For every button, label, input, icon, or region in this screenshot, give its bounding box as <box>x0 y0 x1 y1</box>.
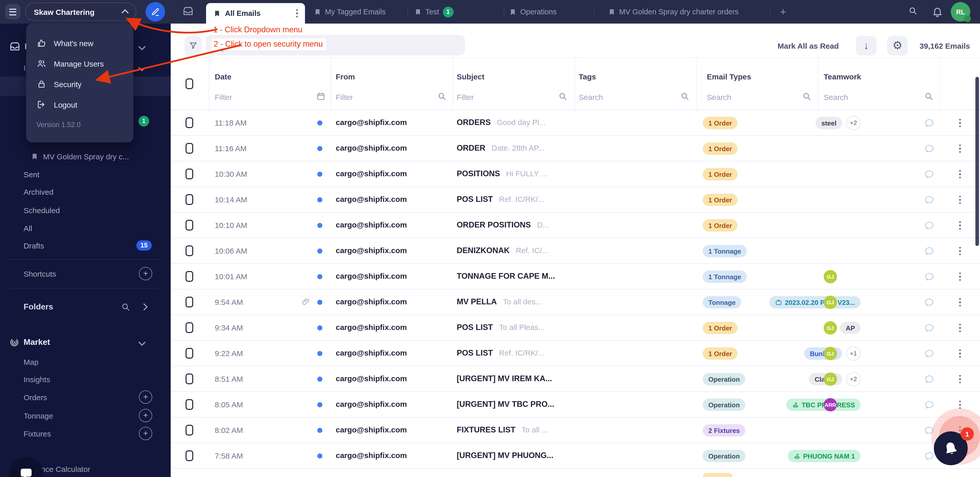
table-row[interactable]: 8:02 AMcargo@shipfix.comFIXTURES LISTTo … <box>171 418 980 443</box>
row-options-icon[interactable] <box>959 297 961 307</box>
menu-item-whats-new[interactable]: What's new <box>26 33 133 53</box>
tag-chip[interactable]: steel <box>816 117 842 129</box>
row-checkbox[interactable] <box>186 220 193 231</box>
email-type-chip[interactable]: 1 Order <box>703 142 738 155</box>
sidebar-item-insights[interactable]: Insights <box>0 372 171 387</box>
teamwork-avatar[interactable]: GJ <box>824 372 837 386</box>
email-type-chip[interactable]: 1 Order <box>703 194 738 206</box>
menu-item-logout[interactable]: Logout <box>26 94 133 115</box>
row-checkbox[interactable] <box>186 297 193 307</box>
search-icon[interactable] <box>121 302 130 312</box>
column-header-email-types[interactable]: Email Types <box>707 72 751 81</box>
table-row[interactable]: 10:30 AMcargo@shipfix.comPOSITIONSHi FUL… <box>171 161 980 187</box>
table-row[interactable]: 9:22 AMcargo@shipfix.comPOS LISTRef. IC/… <box>171 341 980 366</box>
column-filter-input[interactable]: Filter <box>457 93 474 102</box>
row-options-icon[interactable] <box>959 374 961 384</box>
add-fixture-button[interactable]: + <box>139 427 152 440</box>
tab-all-emails[interactable]: All Emails <box>206 3 305 24</box>
comment-bubble-icon[interactable] <box>924 374 934 384</box>
teamwork-avatar[interactable]: GJ <box>824 296 837 309</box>
tag-chip[interactable]: PHUONG NAM 1 <box>788 450 861 462</box>
calendar-icon[interactable] <box>316 92 326 101</box>
sidebar-section-market[interactable]: Market <box>0 335 171 350</box>
table-row[interactable]: 10:06 AMcargo@shipfix.comDENIZKONAKRef. … <box>171 238 980 264</box>
column-filter-input[interactable]: Search <box>707 93 731 102</box>
sidebar-item-folders[interactable]: Folders <box>0 299 171 315</box>
email-type-chip[interactable]: Tonnage <box>703 296 741 308</box>
table-row[interactable]: 8:51 AMcargo@shipfix.com[URGENT] MV IREM… <box>171 366 980 392</box>
tag-chip[interactable]: 2023.02.20 Pella V23... <box>770 296 861 308</box>
comment-bubble-icon[interactable] <box>924 143 934 154</box>
column-header-from[interactable]: From <box>336 72 355 81</box>
sidebar-item-all[interactable]: All <box>0 220 171 236</box>
comment-bubble-icon[interactable] <box>924 348 934 359</box>
sidebar-item-sent[interactable]: Sent <box>0 167 171 182</box>
comment-bubble-icon[interactable] <box>924 451 934 461</box>
teamwork-avatar[interactable]: GJ <box>824 270 837 283</box>
add-shortcut-button[interactable]: + <box>139 267 152 280</box>
row-options-icon[interactable] <box>959 118 961 128</box>
comment-bubble-icon[interactable] <box>924 272 934 282</box>
search-icon[interactable] <box>908 6 918 15</box>
teamwork-avatar[interactable]: ARR <box>824 398 837 412</box>
column-header-date[interactable]: Date <box>215 72 231 81</box>
search-icon[interactable] <box>437 92 446 101</box>
more-tags-badge[interactable]: +1 <box>846 347 861 361</box>
table-row[interactable]: 11:18 AMcargo@shipfix.comORDERSGood day … <box>171 110 980 136</box>
email-type-chip[interactable]: 1 Order <box>703 322 738 334</box>
row-options-icon[interactable] <box>959 348 961 359</box>
comment-bubble-icon[interactable] <box>924 169 934 179</box>
tab-mv-golden-spray-dry-charter-orders[interactable]: MV Golden Spray dry charter orders <box>608 0 738 24</box>
comment-bubble-icon[interactable] <box>924 323 934 333</box>
email-type-chip[interactable]: 1 Order <box>703 168 738 180</box>
column-filter-input[interactable]: Search <box>579 93 603 102</box>
email-type-chip[interactable]: 1 Order <box>703 347 738 360</box>
tab-operations[interactable]: Operations <box>509 0 557 24</box>
column-header-tags[interactable]: Tags <box>579 72 596 81</box>
more-tags-badge[interactable]: +2 <box>846 372 861 386</box>
email-type-chip[interactable]: 1 Tonnage <box>703 245 747 257</box>
chevron-down-icon[interactable] <box>138 64 146 71</box>
row-options-icon[interactable] <box>959 272 961 282</box>
sidebar-item-fixtures[interactable]: Fixtures+ <box>0 426 171 441</box>
row-checkbox[interactable] <box>186 399 193 410</box>
sidebar-item-tagged-order[interactable]: MV Golden Spray dry c... <box>0 149 171 164</box>
row-options-icon[interactable] <box>959 195 961 205</box>
email-type-chip[interactable]: 1 Tonnage <box>703 270 747 283</box>
email-type-chip[interactable]: 1 Order <box>703 117 738 129</box>
row-checkbox[interactable] <box>186 374 193 384</box>
row-checkbox[interactable] <box>186 322 193 333</box>
chevron-down-icon[interactable] <box>138 43 146 50</box>
select-all-checkbox[interactable] <box>186 78 193 89</box>
notifications-fab[interactable]: 1 <box>934 431 968 465</box>
more-tags-badge[interactable]: +2 <box>846 116 861 130</box>
table-row[interactable]: 10:10 AMcargo@shipfix.comORDER POSITIONS… <box>171 213 980 238</box>
sidebar-item-scheduled[interactable]: Scheduled <box>0 202 171 218</box>
search-icon[interactable] <box>924 92 933 101</box>
comment-bubble-icon[interactable] <box>924 246 934 256</box>
column-filter-input[interactable]: Filter <box>336 93 353 102</box>
comment-bubble-icon[interactable] <box>924 400 934 410</box>
search-icon[interactable] <box>802 92 811 101</box>
row-checkbox[interactable] <box>186 348 193 359</box>
row-options-icon[interactable] <box>959 246 961 256</box>
row-options-icon[interactable] <box>959 323 961 333</box>
table-row[interactable]: 10:01 AMcargo@shipfix.comTONNAGE FOR CAP… <box>171 264 980 289</box>
settings-button[interactable]: ⚙ <box>887 36 908 55</box>
download-button[interactable]: ↓ <box>856 36 877 55</box>
row-checkbox[interactable] <box>186 169 193 179</box>
menu-item-security[interactable]: Security <box>26 74 133 94</box>
email-type-chip[interactable]: Operation <box>703 450 746 462</box>
hamburger-menu-button[interactable] <box>5 4 21 19</box>
column-filter-input[interactable]: Filter <box>215 93 232 102</box>
row-options-icon[interactable] <box>959 169 961 179</box>
new-tab-button[interactable]: + <box>780 0 786 24</box>
row-checkbox[interactable] <box>186 425 193 436</box>
table-row[interactable]: 9:54 AMcargo@shipfix.comMV PELLATo all d… <box>171 289 980 315</box>
compose-button[interactable] <box>146 2 165 22</box>
email-type-chip[interactable]: Operation <box>703 399 746 411</box>
row-checkbox[interactable] <box>186 245 193 256</box>
search-icon[interactable] <box>558 92 567 101</box>
teamwork-avatar[interactable]: GJ <box>824 347 837 360</box>
tab-test[interactable]: Test1 <box>414 0 453 24</box>
